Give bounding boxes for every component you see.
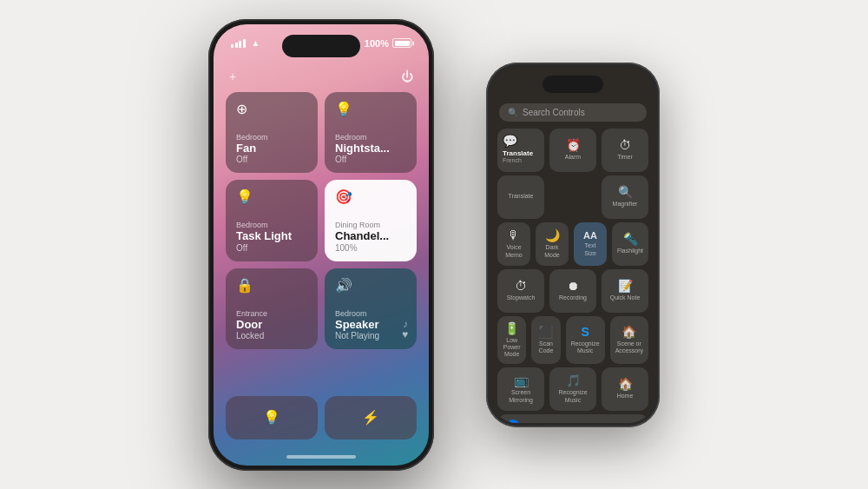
- recognize-music-tile[interactable]: 🎵 Recognize Music: [549, 367, 596, 411]
- low-power-tile[interactable]: 🔋 Low Power Mode: [497, 316, 526, 364]
- battery-icon: [392, 38, 411, 48]
- translate2-tile[interactable]: Translate: [497, 175, 544, 219]
- add-icon[interactable]: +: [229, 69, 236, 83]
- speaker-icon: 🔊: [335, 277, 406, 294]
- phone1-topbar: + ⏻: [214, 69, 429, 83]
- bedroom-task-light-tile[interactable]: 💡 Bedroom Task Light Off: [226, 180, 318, 261]
- quick-note-icon: 📝: [618, 279, 633, 293]
- nightstand-icon: 💡: [335, 101, 406, 117]
- bottom-light-tile[interactable]: 💡: [226, 396, 318, 439]
- p2-row3: 🎙 Voice Memo 🌙 Dark Mode AA Text Size 🔦 …: [490, 222, 655, 266]
- search-placeholder: Search Controls: [523, 108, 585, 117]
- phone1-notch: [282, 35, 360, 57]
- translate-title: Translate: [503, 149, 539, 157]
- scene: ▲ 100% + ⏻ ⊕ Bedroom: [0, 0, 868, 489]
- signal-bar-3: [239, 41, 241, 48]
- shazam-icon: S: [581, 325, 589, 339]
- voice-memo-icon: 🎙: [508, 228, 520, 242]
- recording-tile[interactable]: ⏺ Recording: [549, 269, 596, 313]
- chandelier-sub: Dining Room: [335, 221, 406, 229]
- bottom-light-icon: 💡: [263, 409, 280, 426]
- music-note-icon: ♪: [403, 318, 408, 330]
- scene-label: Scene or Accessory: [615, 340, 643, 355]
- translate-icon: 💬: [503, 134, 539, 148]
- translate-tile[interactable]: 💬 Translate French: [497, 129, 544, 172]
- stopwatch-tile[interactable]: ⏱ Stopwatch: [497, 269, 544, 313]
- chandelier-status: 100%: [335, 243, 406, 253]
- alarm-tile[interactable]: ⏰ Alarm: [549, 129, 596, 172]
- dark-mode-label: Dark Mode: [541, 244, 563, 259]
- chandelier-title: Chandel...: [335, 229, 406, 243]
- screen-mirror-tile[interactable]: 📺 Screen Mirroring: [497, 367, 544, 411]
- p2-row5: 🔋 Low Power Mode ⬛ Scan Code S Recognize…: [490, 316, 655, 364]
- signal-bars: [231, 39, 246, 48]
- speaker-status: Not Playing: [335, 331, 406, 340]
- text-size-tile[interactable]: AA Text Size: [574, 222, 607, 266]
- nightstand-sub: Bedroom: [335, 133, 406, 142]
- quick-note-label: Quick Note: [610, 294, 641, 301]
- phone2: 🔍 Search Controls 💬 Translate French ⏰ A…: [486, 63, 660, 427]
- flashlight-tile[interactable]: 🔦 Flashlight: [612, 222, 648, 266]
- p2-row1: 💬 Translate French ⏰ Alarm ⏱ Timer: [490, 129, 655, 172]
- task-light-status: Off: [236, 243, 307, 253]
- accessibility-label: Accessibility: [525, 422, 568, 423]
- bedroom-nightstand-tile[interactable]: 💡 Bedroom Nightsta... Off: [325, 92, 417, 174]
- voice-memo-label: Voice Memo: [503, 244, 525, 259]
- battery-text: 100%: [365, 38, 389, 49]
- quick-note-tile[interactable]: 📝 Quick Note: [602, 269, 648, 313]
- signal-bar-2: [235, 43, 238, 48]
- door-lock-icon: 🔒: [236, 277, 307, 294]
- task-light-icon: 💡: [236, 188, 307, 205]
- dining-chandelier-tile[interactable]: 🎯 Dining Room Chandel... 100%: [325, 180, 417, 261]
- phone1-screen: ▲ 100% + ⏻ ⊕ Bedroom: [214, 24, 429, 466]
- text-size-label: Text Size: [579, 242, 602, 257]
- phone2-content: 🔍 Search Controls 💬 Translate French ⏰ A…: [490, 100, 655, 423]
- accessibility-row[interactable]: ♿ Accessibility: [497, 414, 648, 423]
- translate-sub: French: [503, 157, 539, 163]
- accessibility-icon-symbol: ♿: [509, 422, 518, 423]
- door-status: Locked: [236, 331, 307, 340]
- dark-mode-icon: 🌙: [545, 228, 560, 242]
- voice-memo-tile[interactable]: 🎙 Voice Memo: [497, 222, 530, 266]
- stopwatch-label: Stopwatch: [507, 294, 536, 301]
- scan-code-tile[interactable]: ⬛ Scan Code: [531, 316, 560, 364]
- shazam-tile[interactable]: S Recognize Music: [566, 316, 605, 364]
- fan-sub: Bedroom: [236, 133, 307, 142]
- bedroom-fan-tile[interactable]: ⊕ Bedroom Fan Off: [226, 92, 318, 174]
- screen-mirror-icon: 📺: [514, 373, 529, 387]
- magnifier-tile[interactable]: 🔍 Magnifier: [602, 175, 648, 219]
- phone1-control-grid: ⊕ Bedroom Fan Off 💡 Bedroom Nightsta... …: [226, 92, 417, 357]
- p2-row4: ⏱ Stopwatch ⏺ Recording 📝 Quick Note: [490, 269, 655, 313]
- search-bar[interactable]: 🔍 Search Controls: [499, 103, 647, 122]
- bottom-power-tile[interactable]: ⚡: [325, 396, 417, 439]
- fan-title: Fan: [236, 142, 307, 155]
- recognize-music-icon: 🎵: [566, 373, 581, 387]
- timer-tile[interactable]: ⏱ Timer: [602, 129, 648, 172]
- shazam-label: Recognize Music: [571, 340, 600, 355]
- home-tile[interactable]: 🏠 Home: [602, 367, 648, 411]
- signal-bar-1: [231, 44, 233, 48]
- speaker-sub: Bedroom: [335, 309, 406, 318]
- search-icon: 🔍: [508, 108, 518, 117]
- scene-tile[interactable]: 🏠 Scene or Accessory: [610, 316, 648, 364]
- bedroom-speaker-tile[interactable]: 🔊 Bedroom Speaker Not Playing ♥ ♪: [325, 268, 417, 350]
- battery-container: 100%: [365, 38, 411, 49]
- home-label: Home: [617, 393, 634, 400]
- power-icon[interactable]: ⏻: [401, 69, 413, 83]
- signal-bar-4: [243, 39, 246, 48]
- nightstand-title: Nightsta...: [335, 142, 406, 155]
- low-power-icon: 🔋: [504, 321, 519, 335]
- fan-icon: ⊕: [236, 101, 307, 117]
- nightstand-status: Off: [335, 155, 406, 164]
- stopwatch-icon: ⏱: [515, 279, 527, 293]
- flashlight-icon: 🔦: [623, 232, 638, 246]
- spacer-tile: [549, 175, 596, 219]
- phone2-notch: [542, 76, 603, 93]
- dark-mode-tile[interactable]: 🌙 Dark Mode: [536, 222, 569, 266]
- flashlight-label: Flashlight: [617, 248, 643, 254]
- alarm-icon: ⏰: [566, 138, 581, 152]
- entrance-door-tile[interactable]: 🔒 Entrance Door Locked: [226, 268, 318, 350]
- accessibility-icon: ♿: [506, 420, 520, 423]
- screen-mirror-label: Screen Mirroring: [503, 389, 539, 404]
- signal-wifi: ▲: [231, 38, 260, 48]
